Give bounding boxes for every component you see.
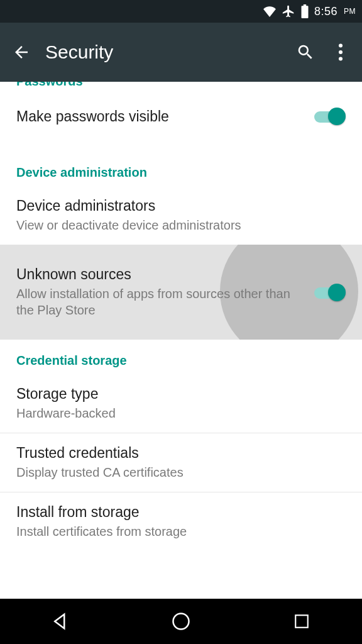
overflow-button[interactable] — [323, 35, 358, 70]
svg-rect-4 — [295, 615, 308, 628]
app-bar: Security — [0, 23, 362, 82]
install-from-storage-item[interactable]: Install from storage Install certificate… — [0, 492, 362, 551]
airplane-icon — [282, 4, 295, 18]
nav-recents-button[interactable] — [270, 606, 333, 636]
svg-point-2 — [339, 57, 343, 60]
install-from-storage-sub: Install certificates from storage — [16, 523, 346, 540]
storage-type-sub: Hardware-backed — [16, 405, 346, 421]
svg-point-1 — [339, 50, 343, 54]
unknown-sources-label: Unknown sources — [16, 266, 305, 283]
section-device-admin: Device administration — [0, 152, 362, 186]
svg-point-3 — [173, 614, 189, 630]
section-passwords: Passwords — [0, 82, 362, 95]
device-administrators-item[interactable]: Device administrators View or deactivate… — [0, 186, 362, 245]
unknown-sources-sub: Allow installation of apps from sources … — [16, 286, 305, 318]
clock-time: 8:56 — [314, 5, 337, 18]
install-from-storage-label: Install from storage — [16, 504, 346, 521]
unknown-sources-switch[interactable] — [313, 282, 346, 303]
svg-point-0 — [339, 43, 343, 47]
navigation-bar — [0, 599, 362, 644]
make-passwords-visible-label: Make passwords visible — [16, 108, 305, 125]
nav-back-button[interactable] — [29, 606, 92, 636]
content-scroll[interactable]: Passwords Make passwords visible Device … — [0, 82, 362, 599]
status-bar: 8:56 PM — [0, 0, 362, 23]
page-title: Security — [45, 42, 288, 63]
device-administrators-sub: View or deactivate device administrators — [16, 217, 346, 233]
device-administrators-label: Device administrators — [16, 197, 346, 214]
make-passwords-visible-switch[interactable] — [313, 106, 346, 126]
nav-home-button[interactable] — [150, 606, 212, 636]
trusted-credentials-label: Trusted credentials — [16, 445, 346, 462]
make-passwords-visible-item[interactable]: Make passwords visible — [0, 95, 362, 138]
back-button[interactable] — [4, 35, 39, 70]
clock-ampm: PM — [344, 7, 356, 16]
trusted-credentials-item[interactable]: Trusted credentials Display trusted CA c… — [0, 433, 362, 492]
search-button[interactable] — [288, 35, 323, 70]
unknown-sources-item[interactable]: Unknown sources Allow installation of ap… — [0, 245, 362, 340]
storage-type-label: Storage type — [16, 386, 346, 402]
wifi-icon — [263, 6, 277, 17]
section-credential-storage: Credential storage — [0, 340, 362, 374]
trusted-credentials-sub: Display trusted CA certificates — [16, 464, 346, 480]
storage-type-item[interactable]: Storage type Hardware-backed — [0, 374, 362, 433]
battery-icon — [300, 4, 309, 18]
